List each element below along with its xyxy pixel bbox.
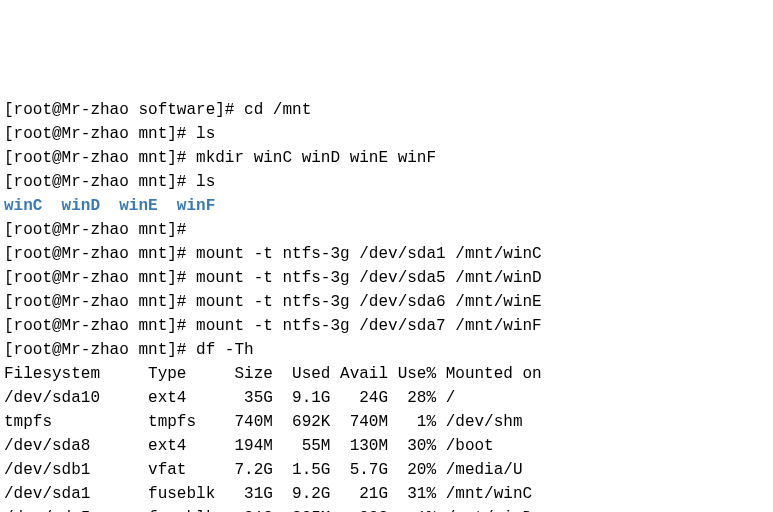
shell-prompt-line: [root@Mr-zhao software]# cd /mnt	[4, 98, 769, 122]
shell-prompt-line: [root@Mr-zhao mnt]# mount -t ntfs-3g /de…	[4, 290, 769, 314]
shell-prompt-line: [root@Mr-zhao mnt]#	[4, 218, 769, 242]
df-row: /dev/sda8 ext4 194M 55M 130M 30% /boot	[4, 434, 769, 458]
shell-prompt-line: [root@Mr-zhao mnt]# mount -t ntfs-3g /de…	[4, 266, 769, 290]
df-row: /dev/sda5 fuseblk 91G 805M 90G 1% /mnt/w…	[4, 506, 769, 512]
df-row: tmpfs tmpfs 740M 692K 740M 1% /dev/shm	[4, 410, 769, 434]
shell-prompt-line: [root@Mr-zhao mnt]# mkdir winC winD winE…	[4, 146, 769, 170]
ls-output: winC winD winE winF	[4, 194, 769, 218]
df-header: Filesystem Type Size Used Avail Use% Mou…	[4, 362, 769, 386]
shell-prompt-line: [root@Mr-zhao mnt]# ls	[4, 170, 769, 194]
shell-prompt-line: [root@Mr-zhao mnt]# mount -t ntfs-3g /de…	[4, 242, 769, 266]
shell-prompt-line: [root@Mr-zhao mnt]# mount -t ntfs-3g /de…	[4, 314, 769, 338]
df-row: /dev/sda1 fuseblk 31G 9.2G 21G 31% /mnt/…	[4, 482, 769, 506]
shell-prompt-line: [root@Mr-zhao mnt]# ls	[4, 122, 769, 146]
df-row: /dev/sdb1 vfat 7.2G 1.5G 5.7G 20% /media…	[4, 458, 769, 482]
shell-prompt-line: [root@Mr-zhao mnt]# df -Th	[4, 338, 769, 362]
terminal-output[interactable]: [root@Mr-zhao software]# cd /mnt[root@Mr…	[4, 98, 769, 512]
df-row: /dev/sda10 ext4 35G 9.1G 24G 28% /	[4, 386, 769, 410]
